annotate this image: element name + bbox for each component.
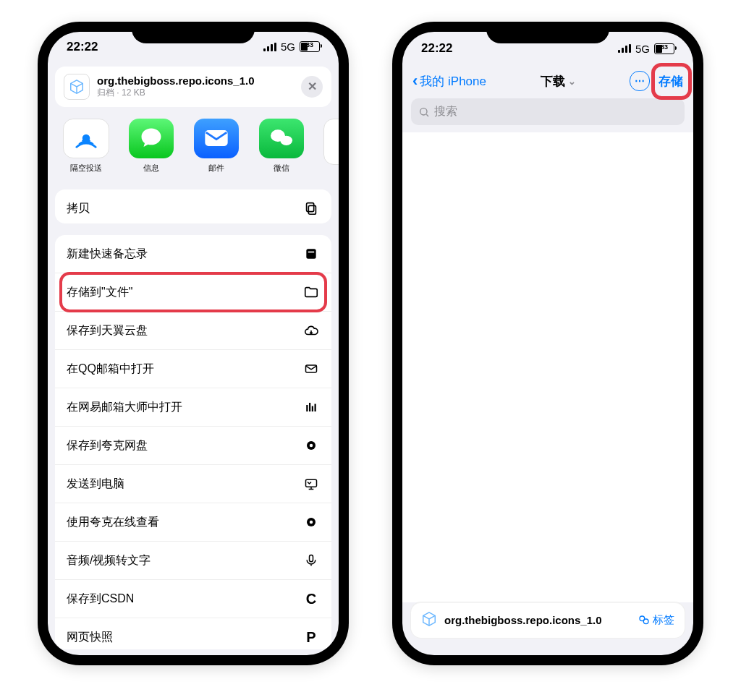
network-label: 5G [281,40,295,53]
network-label: 5G [635,43,650,55]
share-file-header: org.thebigboss.repo.icons_1.0 归档 · 12 KB… [55,67,331,107]
back-button[interactable]: ‹ 我的 iPhone [412,73,486,90]
cloud-icon [302,322,320,339]
share-apps-row[interactable]: 隔空投送 信息 邮件 微信 [48,114,339,184]
envelope-icon [302,360,320,377]
app-label: 信息 [143,163,159,174]
wechat-icon [259,119,304,159]
selected-file-bar[interactable]: org.thebigboss.repo.icons_1.0 标签 [411,602,685,638]
action-quark-view[interactable]: 使用夸克在线查看 [55,503,331,541]
quicknote-icon [302,245,320,262]
action-group-main: 新建快速备忘录 存储到"文件" 保存到天翼云盘 在QQ邮箱中打开 在网易邮箱大师… [55,235,331,649]
action-quicknote[interactable]: 新建快速备忘录 [55,235,331,273]
more-button[interactable]: ⋯ [630,71,650,91]
status-time: 22:22 [421,41,452,56]
action-tianyi[interactable]: 保存到天翼云盘 [55,311,331,349]
action-label: 使用夸克在线查看 [67,515,159,530]
action-163mail[interactable]: 在网易邮箱大师中打开 [55,388,331,426]
action-snapshot[interactable]: 网页快照 P [55,618,331,649]
signal-icon [263,43,276,51]
back-label: 我的 iPhone [420,73,486,90]
action-quark-save[interactable]: 保存到夸克网盘 [55,426,331,464]
copy-icon [302,200,320,217]
search-input[interactable]: 搜索 [411,98,685,125]
action-group-copy: 拷贝 [55,189,331,223]
action-label: 存储到"文件" [67,285,132,300]
app-more[interactable] [321,119,339,174]
signal-icon [618,44,631,53]
mail-icon [194,119,239,159]
action-qqmail[interactable]: 在QQ邮箱中打开 [55,349,331,388]
action-label: 新建快速备忘录 [67,247,148,262]
svg-rect-9 [306,405,308,411]
save-button[interactable]: 存储 [659,73,683,90]
folder-icon [302,283,320,301]
app-wechat[interactable]: 微信 [256,119,307,174]
chevron-down-icon: ⌄ [568,76,576,87]
status-right: 5G 33 [263,40,320,53]
share-subtitle: 归档 · 12 KB [97,87,294,99]
airdrop-icon [63,119,109,159]
bars-icon [302,398,320,416]
action-label: 在网易邮箱大师中打开 [67,400,182,415]
nav-title[interactable]: 下载 ⌄ [541,73,576,90]
action-copy[interactable]: 拷贝 [55,189,331,223]
letter-c-icon: C [302,590,320,607]
action-send-pc[interactable]: 发送到电脑 [55,464,331,503]
phone-left: 22:22 5G 33 org.thebigboss.repo.icons_1.… [38,22,349,665]
chevron-left-icon: ‹ [412,73,418,89]
status-right: 5G 33 [618,43,674,55]
svg-rect-15 [306,479,317,487]
svg-rect-5 [307,203,314,212]
svg-point-14 [310,444,313,448]
tag-icon [638,615,650,626]
circle-icon [302,437,320,454]
action-save-to-files[interactable]: 存储到"文件" [55,273,331,311]
circle-icon [302,513,320,531]
tags-button[interactable]: 标签 [638,613,674,627]
svg-rect-10 [309,403,310,411]
messages-icon [129,119,174,159]
svg-rect-6 [306,249,316,258]
svg-point-17 [310,521,313,524]
battery-icon: 33 [654,43,674,54]
action-label: 在QQ邮箱中打开 [67,362,154,377]
svg-point-3 [280,136,292,145]
battery-icon: 33 [300,41,320,52]
share-filename: org.thebigboss.repo.icons_1.0 [97,74,294,87]
files-empty-area[interactable] [402,132,693,602]
action-label: 保存到天翼云盘 [67,323,148,338]
mic-icon [302,552,320,569]
app-mail[interactable]: 邮件 [191,119,242,174]
package-icon [421,611,437,629]
status-time: 22:22 [67,40,98,54]
action-label: 音频/视频转文字 [67,553,151,568]
search-icon [418,106,430,118]
svg-rect-11 [312,406,313,412]
more-app-icon [323,119,339,165]
action-label: 保存到夸克网盘 [67,438,148,453]
svg-point-22 [643,619,648,624]
app-label: 隔空投送 [70,163,102,174]
share-sheet-screen: 22:22 5G 33 org.thebigboss.repo.icons_1.… [48,32,339,655]
svg-rect-18 [310,555,313,562]
bottom-filename: org.thebigboss.repo.icons_1.0 [444,614,631,626]
svg-rect-7 [308,252,314,253]
action-label: 拷贝 [67,201,90,216]
app-label: 邮件 [208,163,224,174]
app-messages[interactable]: 信息 [126,119,177,174]
device-notch [132,22,255,43]
search-placeholder: 搜索 [434,104,457,119]
app-airdrop[interactable]: 隔空投送 [61,119,111,174]
action-transcribe[interactable]: 音频/视频转文字 [55,541,331,579]
svg-rect-4 [308,206,316,215]
action-label: 保存到CSDN [67,592,134,607]
close-button[interactable]: ✕ [301,76,323,98]
action-csdn[interactable]: 保存到CSDN C [55,579,331,618]
monitor-icon [302,475,320,492]
svg-rect-12 [315,404,316,412]
action-label: 网页快照 [67,630,113,645]
files-screen: 22:22 5G 33 ‹ 我的 iPhone 下载 ⌄ ⋯ 存储 [402,32,693,655]
app-label: 微信 [274,163,289,174]
letter-p-icon: P [302,628,320,646]
